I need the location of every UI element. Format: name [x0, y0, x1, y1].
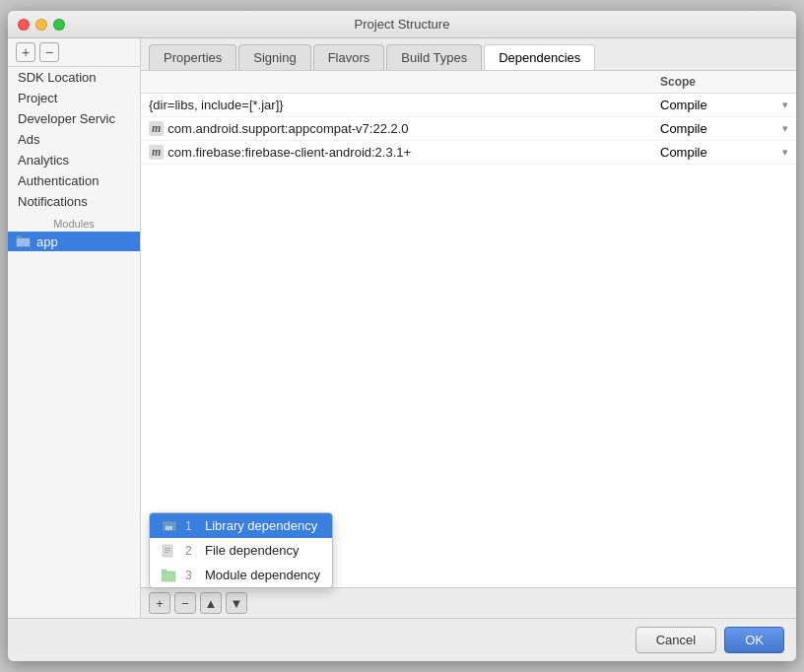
- sidebar-item-developer-services[interactable]: Developer Servic: [8, 108, 140, 129]
- sidebar-item-project[interactable]: Project: [8, 88, 140, 108]
- dep-name-3: m com.firebase:firebase-client-android:2…: [149, 145, 660, 160]
- dropdown-item-num-2: 2: [185, 544, 197, 558]
- sidebar: + − SDK Location Project Developer Servi…: [8, 38, 141, 618]
- dep-up-button[interactable]: ▲: [200, 592, 222, 614]
- file-dep-icon: [162, 544, 177, 558]
- sidebar-item-ads[interactable]: Ads: [8, 129, 140, 150]
- dropdown-item-num-1: 1: [185, 519, 197, 533]
- tabs-bar: Properties Signing Flavors Build Types D…: [141, 38, 796, 71]
- cancel-button[interactable]: Cancel: [636, 627, 716, 653]
- scope-dropdown-arrow-3[interactable]: ▾: [782, 146, 788, 159]
- sidebar-items: SDK Location Project Developer Servic Ad…: [8, 67, 140, 618]
- svg-rect-1: [16, 235, 22, 238]
- tab-properties[interactable]: Properties: [149, 44, 236, 70]
- tab-dependencies[interactable]: Dependencies: [484, 44, 595, 70]
- col-name-header: [149, 75, 660, 89]
- panel-content: Scope {dir=libs, include=[*.jar]} Compil…: [141, 71, 796, 618]
- window-controls: [18, 19, 65, 31]
- svg-text:m: m: [166, 522, 172, 532]
- sidebar-add-button[interactable]: +: [16, 42, 35, 62]
- dropdown-item-label-2: File dependency: [205, 543, 299, 558]
- dep-add-button[interactable]: +: [149, 592, 170, 614]
- modules-section-header: Modules: [8, 212, 140, 232]
- main-content: + − SDK Location Project Developer Servi…: [8, 38, 796, 618]
- right-panel: Properties Signing Flavors Build Types D…: [141, 38, 796, 618]
- svg-rect-8: [165, 552, 168, 553]
- panel-toolbar: + − ▲ ▼ m 1 Library dependency: [141, 587, 796, 618]
- sidebar-remove-button[interactable]: −: [39, 42, 59, 62]
- dep-remove-button[interactable]: −: [174, 592, 196, 614]
- svg-rect-7: [165, 550, 170, 551]
- dropdown-item-label-1: Library dependency: [205, 518, 317, 533]
- add-dependency-dropdown: m 1 Library dependency: [149, 512, 333, 588]
- maximize-button[interactable]: [53, 19, 65, 31]
- sidebar-item-sdk-location[interactable]: SDK Location: [8, 67, 140, 88]
- dropdown-item-library-dep[interactable]: m 1 Library dependency: [150, 513, 332, 538]
- window-title: Project Structure: [355, 17, 450, 32]
- title-bar: Project Structure: [8, 11, 796, 38]
- sidebar-item-authentication[interactable]: Authentication: [8, 170, 140, 191]
- dropdown-item-file-dep[interactable]: 2 File dependency: [150, 538, 332, 563]
- close-button[interactable]: [18, 19, 30, 31]
- module-folder-icon: [16, 234, 32, 249]
- dep-down-button[interactable]: ▼: [226, 592, 247, 614]
- dep-name-1: {dir=libs, include=[*.jar]}: [149, 98, 660, 112]
- module-app-label: app: [36, 235, 58, 249]
- dropdown-item-num-3: 3: [185, 569, 197, 582]
- dialog-footer: Cancel OK: [8, 618, 796, 661]
- project-structure-window: Project Structure + − SDK Location Proje…: [8, 11, 796, 661]
- scope-dropdown-arrow-1[interactable]: ▾: [782, 99, 788, 111]
- dep-m-icon-2: m: [149, 121, 164, 136]
- table-row[interactable]: m com.firebase:firebase-client-android:2…: [141, 141, 796, 165]
- dep-scope-3: Compile ▾: [660, 145, 788, 160]
- svg-rect-9: [162, 571, 175, 581]
- module-dep-icon: [162, 569, 177, 582]
- dep-name-2: m com.android.support:appcompat-v7:22.2.…: [149, 121, 660, 136]
- minimize-button[interactable]: [35, 19, 47, 31]
- sidebar-toolbar: + −: [8, 38, 140, 67]
- svg-rect-10: [162, 570, 167, 572]
- dropdown-item-module-dep[interactable]: 3 Module dependency: [150, 563, 332, 587]
- table-row[interactable]: m com.android.support:appcompat-v7:22.2.…: [141, 117, 796, 141]
- tab-build-types[interactable]: Build Types: [386, 44, 482, 70]
- tab-flavors[interactable]: Flavors: [313, 44, 385, 70]
- dep-scope-1: Compile ▾: [660, 98, 788, 112]
- svg-rect-6: [165, 548, 170, 549]
- dep-scope-2: Compile ▾: [660, 121, 788, 136]
- table-row[interactable]: {dir=libs, include=[*.jar]} Compile ▾: [141, 94, 796, 117]
- dep-m-icon-3: m: [149, 145, 164, 160]
- ok-button[interactable]: OK: [724, 627, 784, 653]
- scope-dropdown-arrow-2[interactable]: ▾: [782, 122, 788, 135]
- library-dep-icon: m: [162, 519, 177, 533]
- svg-rect-2: [17, 238, 30, 246]
- col-scope-header: Scope: [660, 75, 788, 89]
- dropdown-item-label-3: Module dependency: [205, 568, 320, 582]
- tab-signing[interactable]: Signing: [238, 44, 310, 70]
- sidebar-item-notifications[interactable]: Notifications: [8, 191, 140, 212]
- sidebar-module-app[interactable]: app: [8, 232, 140, 251]
- sidebar-item-analytics[interactable]: Analytics: [8, 150, 140, 170]
- dep-table-header: Scope: [141, 71, 796, 94]
